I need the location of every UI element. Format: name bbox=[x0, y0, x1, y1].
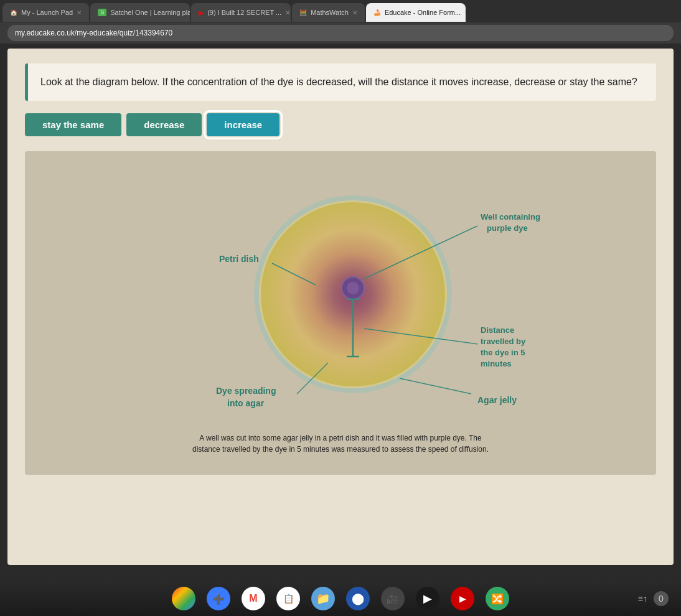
tab-icon-mathswatch: 🧮 bbox=[299, 9, 307, 16]
taskbar-share-icon[interactable]: 🔀 bbox=[486, 587, 509, 610]
diagram-caption: A well was cut into some agar jelly in a… bbox=[191, 432, 490, 455]
svg-text:Dye spreading: Dye spreading bbox=[216, 386, 276, 396]
svg-text:Agar jelly: Agar jelly bbox=[477, 395, 517, 405]
tab-close-youtube[interactable]: ✕ bbox=[285, 9, 290, 16]
address-bar bbox=[0, 22, 681, 44]
svg-text:the dye in 5: the dye in 5 bbox=[481, 348, 525, 357]
taskbar-gmail-icon[interactable]: M bbox=[242, 587, 265, 610]
svg-text:into agar: into agar bbox=[227, 398, 265, 408]
taskbar-arrow-icon[interactable]: ➕ bbox=[207, 587, 230, 610]
tabs-bar: 🏠 My - Launch Pad ✕ S Satchel One | Lear… bbox=[0, 0, 681, 22]
tab-icon-launchpad: 🏠 bbox=[10, 9, 17, 16]
question-text: Look at the diagram below. If the concen… bbox=[40, 77, 637, 87]
svg-text:minutes: minutes bbox=[481, 359, 512, 368]
main-content: Look at the diagram below. If the concen… bbox=[7, 49, 674, 565]
svg-point-4 bbox=[347, 282, 359, 294]
taskbar-play-icon[interactable]: ▶ bbox=[416, 587, 439, 610]
tab-close-educake[interactable]: ✕ bbox=[464, 9, 466, 16]
tab-satchel[interactable]: S Satchel One | Learning pla ✕ bbox=[90, 3, 190, 22]
taskbar-video-icon[interactable]: 🎥 bbox=[381, 587, 405, 610]
question-box: Look at the diagram below. If the concen… bbox=[25, 63, 656, 101]
taskbar-dots-icon[interactable]: ⬤ bbox=[346, 587, 370, 610]
taskbar-youtube-icon[interactable]: ▶ bbox=[451, 587, 474, 610]
tab-youtube[interactable]: ▶ (9) I Built 12 SECRET ... ✕ bbox=[191, 3, 291, 22]
tab-mathswatch[interactable]: 🧮 MathsWatch ✕ bbox=[292, 3, 365, 22]
svg-text:Well containing: Well containing bbox=[481, 212, 540, 222]
browser-chrome: 🏠 My - Launch Pad ✕ S Satchel One | Lear… bbox=[0, 0, 681, 44]
tab-label-youtube: (9) I Built 12 SECRET ... bbox=[207, 9, 281, 16]
svg-text:travelled by: travelled by bbox=[481, 337, 526, 346]
petri-dish-diagram: Petri dish Well containing purple dye Di… bbox=[123, 164, 558, 425]
taskbar-menu-label: ≡↑ bbox=[638, 594, 647, 604]
diagram-svg-container: Petri dish Well containing purple dye Di… bbox=[123, 164, 558, 425]
tab-label-mathswatch: MathsWatch bbox=[311, 9, 349, 16]
tab-icon-educake: 🍰 bbox=[373, 9, 381, 16]
tab-launch-pad[interactable]: 🏠 My - Launch Pad ✕ bbox=[2, 3, 89, 22]
tab-close-mathswatch[interactable]: ✕ bbox=[352, 9, 357, 16]
svg-text:Distance: Distance bbox=[481, 325, 514, 335]
taskbar: ➕ M 📋 📁 ⬤ 🎥 ▶ ▶ 🔀 ≡↑ 0 bbox=[0, 581, 681, 616]
tab-label-educake: Educake - Online Form... bbox=[385, 9, 461, 16]
tab-icon-youtube: ▶ bbox=[199, 9, 204, 16]
tab-close-launchpad[interactable]: ✕ bbox=[77, 9, 82, 16]
taskbar-folder-icon[interactable]: 📁 bbox=[311, 587, 335, 610]
taskbar-calendar-icon[interactable]: 📋 bbox=[276, 587, 300, 610]
taskbar-num: 0 bbox=[654, 591, 669, 606]
tab-icon-satchel: S bbox=[98, 9, 106, 16]
diagram-area: Petri dish Well containing purple dye Di… bbox=[25, 151, 656, 475]
tab-label-launchpad: My - Launch Pad bbox=[21, 9, 73, 16]
address-input[interactable] bbox=[7, 25, 674, 41]
taskbar-end: ≡↑ 0 bbox=[638, 591, 669, 606]
answer-increase-button[interactable]: increase bbox=[207, 113, 279, 136]
tab-educake[interactable]: 🍰 Educake - Online Form... ✕ bbox=[366, 3, 466, 22]
answer-decrease-button[interactable]: decrease bbox=[126, 113, 202, 136]
svg-text:purple dye: purple dye bbox=[487, 223, 528, 233]
answer-stay-same-button[interactable]: stay the same bbox=[25, 113, 121, 136]
svg-text:Petri dish: Petri dish bbox=[219, 254, 259, 264]
answer-buttons: stay the same decrease increase bbox=[25, 113, 656, 136]
svg-line-12 bbox=[400, 378, 471, 394]
taskbar-chrome-icon[interactable] bbox=[172, 587, 195, 610]
tab-label-satchel: Satchel One | Learning pla bbox=[110, 9, 190, 16]
